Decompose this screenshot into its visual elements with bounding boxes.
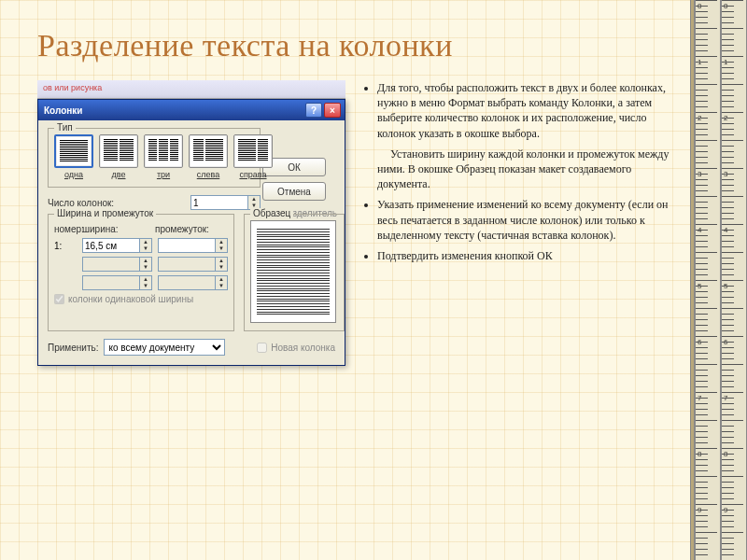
chevron-down-icon: ▼ (216, 283, 227, 289)
col-num-header: номер: (54, 224, 77, 234)
width-input (82, 275, 140, 290)
width-rows: 1:▲▼▲▼▲▼▲▼▲▼▲▼ (54, 238, 228, 290)
type-option-label: три (144, 170, 183, 179)
body-bullet: Установить ширину каждой колонки и проме… (377, 147, 672, 192)
dialog-title: Колонки (44, 105, 82, 116)
chevron-up-icon: ▲ (216, 258, 227, 264)
type-option-2[interactable]: три (144, 134, 183, 179)
chevron-down-icon: ▼ (140, 283, 151, 289)
width-group-label: Ширина и промежуток (54, 208, 156, 218)
col-width-header: ширина: (82, 224, 149, 234)
equal-width-checkbox[interactable] (54, 294, 64, 304)
equal-width-label: колонки одинаковой ширины (68, 294, 193, 304)
width-input-stepper[interactable]: ▲▼ (82, 238, 152, 253)
chevron-up-icon: ▲ (216, 276, 227, 283)
chevron-up-icon[interactable]: ▲ (248, 196, 260, 203)
numcols-input[interactable] (190, 195, 248, 210)
type-label: Тип (54, 122, 76, 133)
chevron-down-icon[interactable]: ▼ (216, 245, 227, 252)
body-bullet: Подтвердить изменения кнопкой ОК (377, 248, 672, 263)
width-input-stepper: ▲▼ (82, 275, 152, 290)
type-option-label: две (99, 170, 138, 179)
gap-input-stepper: ▲▼ (158, 257, 228, 272)
sample-preview (250, 220, 336, 323)
gap-input (158, 275, 216, 290)
body-bullet: Указать применение изменений ко всему до… (377, 197, 672, 243)
page-title: Разделение текста на колонки (37, 28, 672, 63)
dialog-titlebar[interactable]: Колонки ? × (38, 100, 345, 120)
sample-label: Образец (250, 208, 293, 218)
chevron-up-icon[interactable]: ▲ (216, 239, 227, 245)
body-text: Для того, чтобы расположить текст в двух… (364, 80, 672, 366)
numcols-label: Число колонок: (48, 198, 114, 208)
body-bullet: Для того, чтобы расположить текст в двух… (377, 80, 672, 141)
type-option-4[interactable]: справа (233, 134, 273, 179)
width-input (82, 257, 140, 272)
chevron-up-icon: ▲ (140, 258, 151, 264)
chevron-down-icon[interactable]: ▼ (140, 245, 151, 252)
newcol-checkbox[interactable] (257, 343, 267, 353)
chevron-down-icon: ▼ (140, 264, 151, 271)
width-row: ▲▼▲▼ (54, 275, 228, 290)
type-option-label: одна (54, 170, 93, 179)
columns-dialog: Колонки ? × ОК Отмена Тип (37, 99, 345, 366)
col-gap-header: промежуток: (155, 224, 209, 234)
apply-dropdown[interactable]: ко всему документу (104, 339, 225, 356)
chevron-up-icon: ▲ (140, 276, 151, 283)
type-option-0[interactable]: одна (54, 134, 93, 179)
cancel-button[interactable]: Отмена (262, 182, 326, 201)
gap-input-stepper: ▲▼ (158, 275, 228, 290)
gap-input-stepper[interactable]: ▲▼ (158, 238, 228, 253)
gap-input[interactable] (158, 238, 216, 253)
width-row: ▲▼▲▼ (54, 257, 228, 272)
width-input-stepper: ▲▼ (82, 257, 152, 272)
apply-label: Применить: (48, 343, 98, 353)
help-icon[interactable]: ? (305, 103, 322, 118)
chevron-down-icon: ▼ (216, 264, 227, 271)
close-icon[interactable]: × (324, 103, 341, 118)
width-row: 1:▲▼▲▼ (54, 238, 228, 253)
gap-input (158, 257, 216, 272)
type-option-3[interactable]: слева (189, 134, 228, 179)
app-toolbar: ов или рисунка (37, 80, 345, 99)
type-option-label: справа (233, 170, 273, 179)
type-options: однадветрислевасправа (54, 134, 254, 179)
newcol-label: Новая колонка (271, 343, 335, 353)
type-option-1[interactable]: две (99, 134, 138, 179)
type-option-label: слева (189, 170, 228, 179)
width-input[interactable] (82, 238, 140, 253)
chevron-up-icon[interactable]: ▲ (140, 239, 151, 245)
